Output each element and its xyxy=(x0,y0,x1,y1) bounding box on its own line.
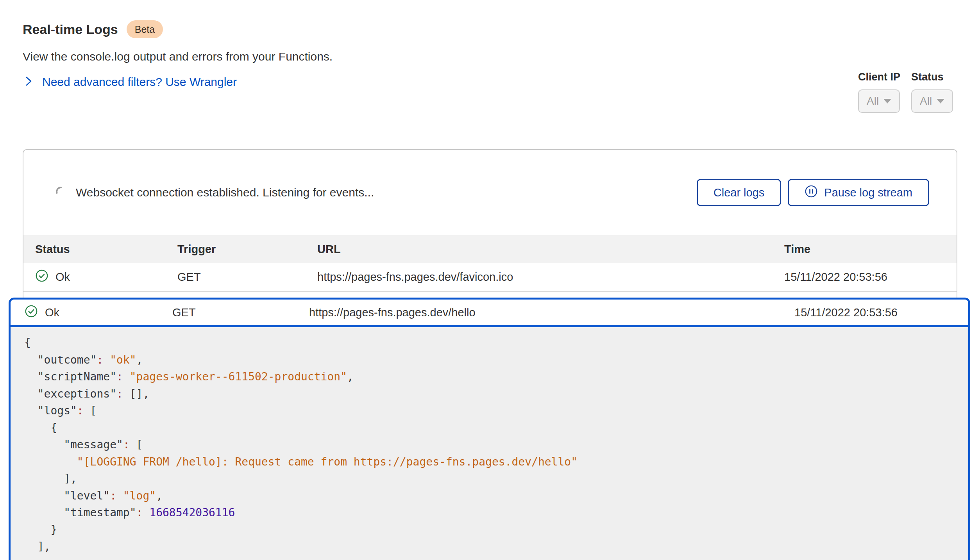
websocket-status: Websocket connection established. Listen… xyxy=(55,186,374,199)
column-header-status: Status xyxy=(35,243,177,256)
wrangler-link[interactable]: Need advanced filters? Use Wrangler xyxy=(42,75,237,89)
log-table-header: Status Trigger URL Time xyxy=(23,235,957,263)
status-value: All xyxy=(920,95,932,107)
logs-panel: Websocket connection established. Listen… xyxy=(23,149,957,305)
log-filters: Client IP All Status All xyxy=(858,71,953,113)
check-circle-icon xyxy=(35,269,48,285)
trigger-cell: GET xyxy=(177,271,317,284)
realtime-logs-page: Real-time Logs Beta View the console.log… xyxy=(0,0,980,560)
websocket-status-text: Websocket connection established. Listen… xyxy=(76,186,374,199)
column-header-trigger: Trigger xyxy=(177,243,317,256)
expanded-log-entry: Ok GET https://pages-fns.pages.dev/hello… xyxy=(9,298,970,560)
log-table-row[interactable]: Ok GET https://pages-fns.pages.dev/favic… xyxy=(23,263,957,292)
toolbar-buttons: Clear logs Pause log stream xyxy=(697,179,929,206)
status-cell: Ok xyxy=(35,269,177,285)
client-ip-filter: Client IP All xyxy=(858,71,900,113)
clear-logs-button[interactable]: Clear logs xyxy=(697,179,781,206)
log-table-row-selected[interactable]: Ok GET https://pages-fns.pages.dev/hello… xyxy=(11,300,968,327)
status-dropdown[interactable]: All xyxy=(911,89,953,113)
column-header-time: Time xyxy=(784,243,957,256)
url-cell: https://pages-fns.pages.dev/hello xyxy=(309,306,794,319)
logs-toolbar: Websocket connection established. Listen… xyxy=(23,150,957,235)
status-filter: Status All xyxy=(911,71,953,113)
caret-down-icon xyxy=(937,99,944,103)
page-header: Real-time Logs Beta xyxy=(23,20,163,38)
status-cell: Ok xyxy=(25,305,172,321)
client-ip-value: All xyxy=(867,95,879,107)
time-cell: 15/11/2022 20:53:56 xyxy=(794,306,968,319)
client-ip-label: Client IP xyxy=(858,71,900,83)
time-cell: 15/11/2022 20:53:56 xyxy=(784,271,957,284)
wrangler-link-row[interactable]: Need advanced filters? Use Wrangler xyxy=(23,75,237,89)
client-ip-dropdown[interactable]: All xyxy=(858,89,900,113)
status-text: Ok xyxy=(45,306,59,319)
log-json-code: { "outcome": "ok", "scriptName": "pages-… xyxy=(11,327,968,560)
column-header-url: URL xyxy=(317,243,784,256)
check-circle-icon xyxy=(25,305,38,321)
pause-log-stream-label: Pause log stream xyxy=(824,186,912,199)
url-cell: https://pages-fns.pages.dev/favicon.ico xyxy=(317,271,784,284)
pause-log-stream-button[interactable]: Pause log stream xyxy=(788,179,929,206)
status-label: Status xyxy=(911,71,953,83)
caret-down-icon xyxy=(883,99,891,103)
page-title: Real-time Logs xyxy=(23,22,118,37)
status-text: Ok xyxy=(55,271,70,284)
page-subtitle: View the console.log output and errors f… xyxy=(23,50,333,63)
clear-logs-label: Clear logs xyxy=(714,186,765,199)
chevron-right-icon xyxy=(23,75,34,89)
trigger-cell: GET xyxy=(172,306,309,319)
pause-circle-icon xyxy=(805,185,818,201)
spinner-icon xyxy=(55,186,66,199)
beta-badge: Beta xyxy=(127,20,163,38)
